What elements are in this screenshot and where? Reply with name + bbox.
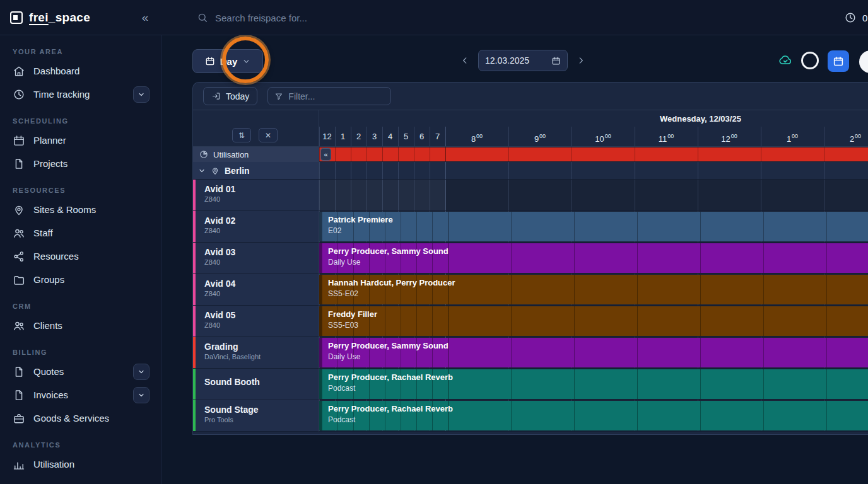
calendar-icon <box>13 134 25 147</box>
clock-icon <box>13 88 25 101</box>
timeline-row[interactable]: Perry Producer, Sammy Sound Daily Use <box>319 243 868 274</box>
panel-collapse-button[interactable]: « <box>320 148 331 161</box>
timeline-header: ⇅ ✕ Wednesday, 12/03/25 12 1 2 3 4 5 6 7… <box>193 110 868 147</box>
map-pin-icon <box>13 204 25 216</box>
expand-toggle[interactable] <box>133 387 150 403</box>
file-icon <box>13 158 25 170</box>
cloud-sync-icon[interactable] <box>777 53 794 67</box>
resource-color-edge <box>193 211 196 242</box>
resource-row-avid-05: Avid 05 Z840 Freddy Filler SS5-E03 <box>193 306 868 337</box>
resource-cell[interactable]: Sound Booth <box>193 369 319 400</box>
utilisation-bar[interactable] <box>319 147 868 161</box>
timeline-row[interactable]: Freddy Filler SS5-E03 <box>319 306 868 337</box>
resource-color-edge <box>193 180 196 210</box>
timeline-row[interactable] <box>319 180 868 211</box>
sidebar-item-projects[interactable]: Projects <box>0 152 161 175</box>
sidebar-item-quotes[interactable]: Quotes <box>0 360 161 383</box>
resource-cell[interactable]: Avid 01 Z840 <box>193 180 319 211</box>
chevron-down-icon <box>242 57 250 66</box>
booking-bar[interactable]: Perry Producer, Sammy Sound Daily Use <box>319 243 868 273</box>
timeline-row[interactable]: Hannah Hardcut, Perry Producer SS5-E02 <box>319 274 868 306</box>
utilisation-track: « <box>319 147 868 162</box>
resource-color-edge <box>193 337 196 368</box>
group-track <box>319 162 868 179</box>
resource-cell[interactable]: Avid 04 Z840 <box>193 274 319 306</box>
hour-tick: 5 <box>398 127 414 146</box>
reorder-button[interactable]: ⇅ <box>232 128 251 142</box>
global-search <box>197 0 480 35</box>
sidebar-item-clients[interactable]: Clients <box>0 314 161 337</box>
booking-bar[interactable]: Perry Producer, Rachael Reverb Podcast <box>319 401 868 430</box>
sidebar-item-planner[interactable]: Planner <box>0 129 161 152</box>
sidebar-item-time-tracking[interactable]: Time tracking <box>0 83 161 106</box>
briefcase-icon <box>13 412 25 425</box>
hour-tick: 100 <box>761 127 824 149</box>
booking-bar[interactable]: Perry Producer, Rachael Reverb Podcast <box>319 369 868 399</box>
sidebar-item-staff[interactable]: Staff <box>0 221 161 245</box>
hour-scale[interactable]: 12 1 2 3 4 5 6 7 800 900 1000 1100 1200 … <box>319 127 868 146</box>
sidebar-item-goods-services[interactable]: Goods & Services <box>0 406 161 430</box>
sidebar-item-invoices[interactable]: Invoices <box>0 383 161 406</box>
expand-toggle[interactable] <box>133 364 150 380</box>
sidebar-item-resources[interactable]: Resources <box>0 245 161 268</box>
group-header-berlin[interactable]: Berlin <box>193 162 319 179</box>
location-pin-icon <box>211 166 220 175</box>
clock-icon <box>844 11 857 24</box>
resource-cell[interactable]: Avid 05 Z840 <box>193 306 319 337</box>
resource-color-edge <box>193 400 196 431</box>
utilisation-row: Utilisation « <box>193 147 868 162</box>
sidebar-section-resources: RESOURCES <box>0 187 161 194</box>
clear-button[interactable]: ✕ <box>259 128 278 142</box>
hour-tick: 2 <box>351 127 367 146</box>
search-input[interactable] <box>215 13 480 23</box>
today-button[interactable]: Today <box>203 87 257 105</box>
pie-chart-icon <box>199 150 208 159</box>
resource-color-edge <box>193 306 196 337</box>
booking-bar[interactable]: Perry Producer, Sammy Sound Daily Use <box>319 338 868 367</box>
calendar-view-button[interactable] <box>828 50 849 72</box>
resource-row-grading: Grading DaVinci, Baselight Perry Produce… <box>193 337 868 369</box>
booking-bar[interactable]: Patrick Premiere E02 <box>319 212 868 241</box>
date-value: 12.03.2025 <box>485 55 546 66</box>
booking-bar[interactable]: Hannah Hardcut, Perry Producer SS5-E02 <box>319 275 868 304</box>
sidebar-collapse-button[interactable]: « <box>136 9 154 26</box>
resource-panel-header: ⇅ ✕ <box>193 110 319 146</box>
resource-cell[interactable]: Avid 02 Z840 <box>193 211 319 243</box>
sidebar-item-sites-rooms[interactable]: Sites & Rooms <box>0 198 161 221</box>
resource-cell[interactable]: Grading DaVinci, Baselight <box>193 337 319 369</box>
sidebar-section-analytics: ANALYTICS <box>0 441 161 449</box>
next-day-button[interactable] <box>574 53 588 68</box>
hour-tick: 3 <box>367 127 382 146</box>
timeline-row[interactable]: Perry Producer, Rachael Reverb Podcast <box>319 369 868 400</box>
timeline-row[interactable]: Perry Producer, Rachael Reverb Podcast <box>319 400 868 432</box>
timeline-row[interactable]: Perry Producer, Sammy Sound Daily Use <box>319 337 868 369</box>
partial-button[interactable] <box>859 50 868 73</box>
view-mode-dropdown[interactable]: Day <box>192 49 263 73</box>
resource-color-edge <box>193 274 196 305</box>
chevron-left-icon <box>460 55 469 66</box>
sidebar-item-groups[interactable]: Groups <box>0 268 161 291</box>
filter-input[interactable] <box>288 91 384 101</box>
resource-cell[interactable]: Sound Stage Pro Tools <box>193 400 319 432</box>
timer-value: 0 <box>862 13 867 23</box>
sidebar-item-utilisation[interactable]: Utilisation <box>0 452 161 476</box>
app-logo[interactable]: frei_space <box>10 0 90 35</box>
calendar-icon <box>551 56 561 66</box>
timeline-row[interactable]: Patrick Premiere E02 <box>319 211 868 243</box>
utilisation-cell[interactable]: Utilisation <box>193 147 319 162</box>
calendar-icon <box>833 55 844 67</box>
booking-bar[interactable]: Freddy Filler SS5-E03 <box>319 306 868 336</box>
hour-tick: 1200 <box>698 127 761 149</box>
date-picker[interactable]: 12.03.2025 <box>478 50 568 71</box>
prev-day-button[interactable] <box>458 53 472 68</box>
expand-toggle[interactable] <box>133 86 150 103</box>
sidebar-item-dashboard[interactable]: Dashboard <box>0 59 161 83</box>
group-row-berlin: Berlin <box>193 162 868 180</box>
resource-cell[interactable]: Avid 03 Z840 <box>193 243 319 274</box>
chevron-down-icon <box>138 391 145 399</box>
resource-color-edge <box>193 243 196 274</box>
theme-toggle-icon[interactable] <box>801 52 819 69</box>
filter-field[interactable] <box>267 87 391 105</box>
time-tracker-widget[interactable]: 0 <box>844 0 867 35</box>
hour-tick: 1 <box>335 127 351 146</box>
